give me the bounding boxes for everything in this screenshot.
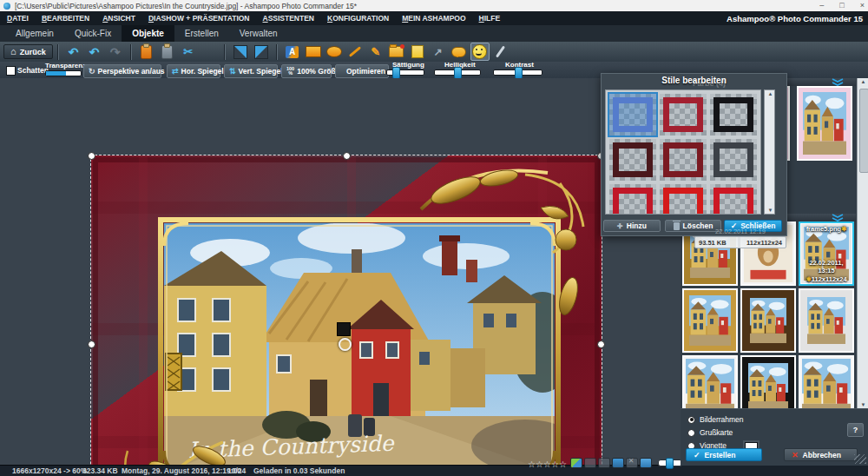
frame-thumbnail[interactable]	[799, 288, 854, 353]
smiley-button[interactable]	[470, 43, 490, 61]
selection-handle-top-middle[interactable]	[343, 152, 351, 160]
radio-bilderrahmen[interactable]: Bilderrahmen	[687, 415, 744, 424]
export-icon[interactable]	[612, 458, 624, 468]
menu-item-datei[interactable]: DATEI	[7, 14, 29, 23]
scroll-down-icon[interactable]: ▼	[859, 402, 867, 407]
selection-center-handle[interactable]	[337, 322, 351, 336]
radio-circle[interactable]	[687, 416, 695, 424]
undo-all-button[interactable]: ↶	[85, 43, 104, 61]
scroll-up-icon[interactable]: ▲	[859, 79, 867, 84]
scroll-up-icon[interactable]: ▲	[766, 91, 774, 96]
copy-button[interactable]	[158, 43, 177, 61]
maximize-button[interactable]: □	[839, 0, 844, 11]
style-tile[interactable]	[710, 184, 757, 215]
chevron-down-icon[interactable]	[832, 214, 844, 221]
zoom-slider-handle[interactable]	[666, 458, 674, 469]
shadow-checkbox[interactable]	[6, 66, 16, 76]
flip-h-button[interactable]	[231, 43, 250, 61]
line-button[interactable]	[345, 43, 365, 61]
close-button[interactable]: ×	[860, 0, 865, 11]
tab-allgemein[interactable]: Allgemein	[5, 25, 64, 42]
transparency-slider[interactable]	[45, 70, 82, 76]
contrast-slider[interactable]	[493, 69, 542, 76]
slideshow-icon[interactable]	[584, 458, 596, 468]
style-tile[interactable]	[609, 94, 656, 136]
delete-button[interactable]	[200, 43, 219, 61]
add-style-button[interactable]: Hinzu	[603, 220, 661, 232]
selection-handle-middle-left[interactable]	[88, 340, 95, 348]
flip-horizontal-button[interactable]: ⇄Hor. Spiegeln	[167, 64, 220, 78]
selection-handle-top-left[interactable]	[88, 152, 95, 160]
scrollbar-thumb[interactable]	[859, 89, 868, 173]
tab-objekte[interactable]: Objekte	[122, 25, 174, 42]
scroll-down-icon[interactable]: ▼	[766, 208, 774, 213]
menu-item-ansicht[interactable]: ANSICHT	[102, 14, 135, 23]
zoom-slider[interactable]	[658, 459, 682, 466]
styles-scrollbar[interactable]: ▲ ▼	[764, 89, 775, 215]
saturation-slider[interactable]	[386, 69, 424, 76]
radio-grußkarte[interactable]: Grußkarte	[687, 428, 733, 437]
delete-icon[interactable]	[626, 458, 638, 468]
style-tile[interactable]	[609, 184, 656, 215]
cancel-button[interactable]: Abbrechen	[784, 448, 858, 461]
create-button[interactable]: Erstellen	[686, 448, 762, 461]
selection-handle-middle-right[interactable]	[597, 340, 605, 348]
brightness-slider[interactable]	[434, 69, 481, 76]
speech-bubble-button[interactable]	[450, 43, 469, 61]
image-icon[interactable]	[570, 458, 582, 468]
menu-item-diashow-präsentation[interactable]: DIASHOW + PRÄSENTATION	[148, 14, 250, 23]
help-button[interactable]: ?	[847, 423, 864, 437]
star-icon[interactable]: ☆	[543, 459, 551, 469]
style-tile[interactable]	[660, 184, 707, 215]
draw-line-button[interactable]	[491, 43, 510, 61]
style-tile[interactable]	[710, 94, 757, 136]
folder-button[interactable]	[387, 43, 406, 61]
frame-thumbnail[interactable]	[797, 86, 852, 161]
rectangle-button[interactable]	[304, 43, 323, 61]
frame-thumbnail[interactable]	[682, 288, 738, 353]
note-button[interactable]	[408, 43, 427, 61]
redo-button[interactable]: ↷	[106, 43, 125, 61]
paste-button[interactable]	[137, 43, 156, 61]
tab-verwalten[interactable]: Verwalten	[229, 25, 288, 42]
arrow-button[interactable]: ↗	[429, 43, 448, 61]
ellipse-button[interactable]	[325, 43, 344, 61]
sidebar-scrollbar[interactable]: ▲ ▼	[857, 78, 868, 408]
framed-image[interactable]: In the Countryside	[91, 155, 602, 476]
tab-quick-fix[interactable]: Quick-Fix	[64, 25, 122, 42]
grid-icon[interactable]	[598, 458, 610, 468]
back-button[interactable]: ⌂ Zurück	[3, 44, 53, 59]
chevron-down-icon[interactable]	[832, 78, 844, 86]
style-tile[interactable]	[660, 139, 707, 181]
star-icon[interactable]: ☆	[551, 459, 559, 469]
tab-erstellen[interactable]: Erstellen	[174, 25, 229, 42]
optimize-button[interactable]: Optimieren	[335, 64, 389, 78]
menu-item-hilfe[interactable]: HILFE	[479, 14, 501, 23]
undo-button[interactable]: ↶	[64, 43, 83, 61]
style-tile[interactable]	[660, 94, 707, 136]
style-tile[interactable]	[609, 139, 656, 181]
frame-thumbnail[interactable]	[740, 288, 796, 353]
comment-icon[interactable]	[640, 458, 652, 468]
star-icon[interactable]: ☆	[536, 459, 543, 469]
resize-grip[interactable]	[854, 454, 866, 464]
cut-button[interactable]: ✂	[179, 43, 198, 61]
menu-item-konfiguration[interactable]: KONFIGURATION	[327, 14, 389, 23]
rating-stars[interactable]: ☆☆☆☆☆	[528, 455, 567, 471]
radio-circle[interactable]	[687, 429, 695, 437]
menu-item-assistenten[interactable]: ASSISTENTEN	[263, 14, 315, 23]
flip-vertical-button[interactable]: ⇅Vert. Spiegeln	[224, 64, 278, 78]
menu-item-bearbeiten[interactable]: BEARBEITEN	[42, 14, 89, 23]
image-canvas[interactable]: In the Countryside	[0, 78, 681, 465]
flip-v-button[interactable]	[252, 43, 271, 61]
full-size-button[interactable]: 100%100% Größe	[281, 64, 332, 78]
minimize-button[interactable]: –	[819, 0, 824, 11]
menu-item-mein-ashampoo[interactable]: MEIN ASHAMPOO	[402, 14, 465, 23]
selected-frame-thumbnail[interactable]: frame5.png✱22.02.2011, 13:15✱112x112x24	[799, 221, 854, 286]
star-icon[interactable]: ☆	[559, 459, 567, 469]
perspective-button[interactable]: ↻Perspektive an/aus	[83, 64, 161, 78]
text-button[interactable]: A	[283, 43, 302, 61]
style-tile[interactable]	[710, 139, 757, 181]
rotation-handle[interactable]	[339, 338, 352, 351]
star-icon[interactable]: ☆	[528, 459, 536, 469]
